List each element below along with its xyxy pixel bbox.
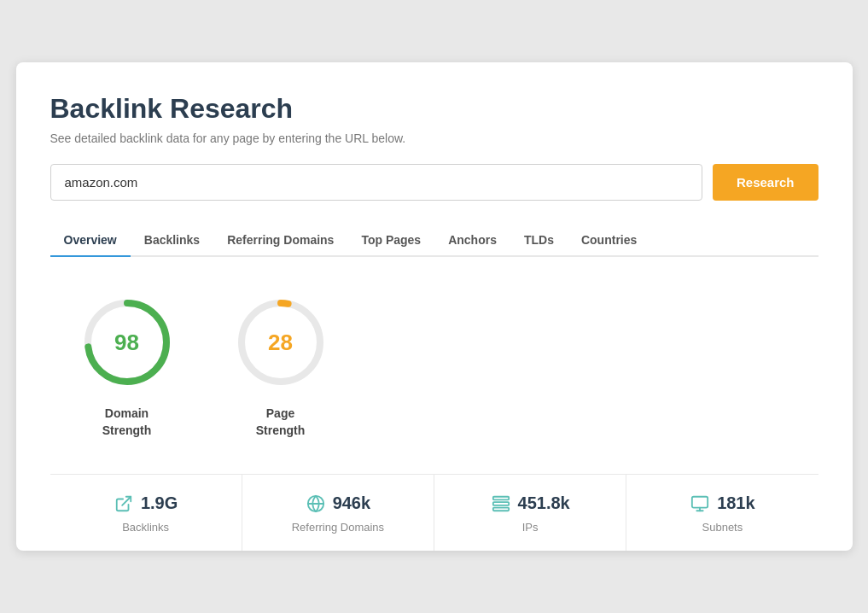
search-input[interactable] bbox=[50, 164, 702, 201]
svg-rect-8 bbox=[492, 502, 508, 505]
nav-tab-overview[interactable]: Overview bbox=[50, 225, 131, 257]
donut-item: 28 PageStrength bbox=[230, 291, 332, 439]
nav-tabs: OverviewBacklinksReferring DomainsTop Pa… bbox=[50, 225, 818, 257]
stat-name: IPs bbox=[522, 521, 539, 534]
svg-line-4 bbox=[122, 496, 131, 505]
stats-bottom: 1.9G Backlinks 946k Referring Domains 45… bbox=[50, 474, 818, 551]
nav-tab-backlinks[interactable]: Backlinks bbox=[131, 225, 213, 257]
stat-value: 451.8k bbox=[518, 493, 570, 513]
research-button[interactable]: Research bbox=[713, 164, 818, 201]
svg-rect-7 bbox=[492, 496, 508, 499]
main-card: Backlink Research See detailed backlink … bbox=[16, 62, 853, 550]
stat-value-row: 181k bbox=[690, 493, 755, 514]
stat-cell-backlinks: 1.9G Backlinks bbox=[50, 475, 242, 551]
stat-value: 1.9G bbox=[141, 493, 178, 513]
donut-value: 98 bbox=[114, 330, 139, 356]
nav-tab-countries[interactable]: Countries bbox=[568, 225, 650, 257]
layers-icon bbox=[491, 493, 511, 514]
donut-chart: 28 bbox=[230, 291, 332, 394]
page-title: Backlink Research bbox=[50, 93, 818, 125]
donut-value: 28 bbox=[268, 330, 293, 356]
donut-chart: 98 bbox=[76, 291, 178, 394]
stat-value-row: 946k bbox=[306, 493, 371, 514]
monitor-icon bbox=[690, 493, 710, 514]
backlinks-icon bbox=[114, 493, 134, 514]
nav-tab-top-pages[interactable]: Top Pages bbox=[347, 225, 434, 257]
stat-value-row: 1.9G bbox=[114, 493, 178, 514]
donut-title: PageStrength bbox=[256, 406, 306, 439]
stat-name: Subnets bbox=[702, 521, 743, 534]
subtitle: See detailed backlink data for any page … bbox=[50, 131, 818, 145]
stat-name: Backlinks bbox=[122, 521, 169, 534]
svg-rect-10 bbox=[692, 496, 708, 507]
metrics-section: 98 DomainStrength 28 PageStrength bbox=[50, 257, 818, 473]
stat-value-row: 451.8k bbox=[491, 493, 570, 514]
donut-title: DomainStrength bbox=[102, 406, 152, 439]
globe-icon bbox=[306, 493, 326, 514]
stat-value: 946k bbox=[333, 493, 371, 513]
donut-item: 98 DomainStrength bbox=[76, 291, 178, 439]
stat-cell-layers: 451.8k IPs bbox=[434, 475, 626, 551]
nav-tab-referring-domains[interactable]: Referring Domains bbox=[213, 225, 347, 257]
stat-value: 181k bbox=[717, 493, 755, 513]
nav-tab-tlds[interactable]: TLDs bbox=[510, 225, 568, 257]
nav-tab-anchors[interactable]: Anchors bbox=[434, 225, 510, 257]
svg-rect-9 bbox=[492, 507, 508, 511]
stat-cell-globe: 946k Referring Domains bbox=[242, 475, 434, 551]
stat-cell-monitor: 181k Subnets bbox=[626, 475, 818, 551]
stat-name: Referring Domains bbox=[292, 521, 384, 534]
search-row: Research bbox=[50, 164, 818, 201]
